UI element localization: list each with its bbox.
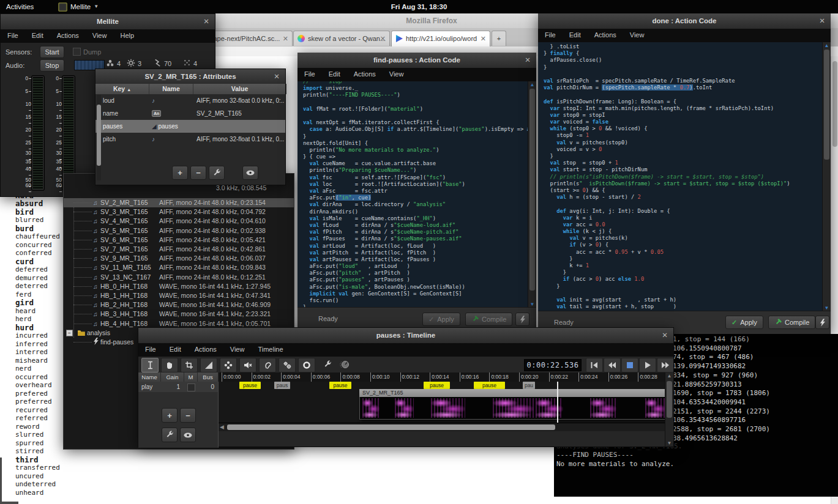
timeline-titlebar[interactable]: pauses : Timeline ✕ — [138, 328, 673, 344]
column-header-bus[interactable]: Bus — [198, 372, 219, 382]
track-columns-header[interactable]: NameGainMBus — [138, 372, 218, 382]
mute-tool[interactable] — [239, 358, 256, 372]
code-scrollbar[interactable]: ▲ ▼ — [528, 81, 536, 308]
loop-ring-tool[interactable] — [298, 358, 315, 372]
attributes-header[interactable]: Key ▲NameValue — [95, 84, 285, 94]
region-tool[interactable] — [181, 358, 198, 372]
menu-actions[interactable]: Actions — [347, 68, 383, 78]
code-editor[interactable]: // stopimport universe._println("----FIN… — [297, 81, 528, 308]
column-header-gain[interactable]: Gain — [161, 372, 184, 382]
scrollbar-thumb[interactable] — [824, 50, 829, 160]
pause-marker[interactable]: pause — [474, 382, 505, 389]
menu-edit[interactable]: Edit — [563, 29, 588, 39]
timeline-track-area[interactable]: pausepauspausepausepausepau SV_2_MR_T165 — [219, 382, 665, 423]
menu-view[interactable]: View — [383, 68, 411, 78]
apply-button[interactable]: ✓Apply — [422, 313, 460, 326]
track-name[interactable]: play — [141, 382, 152, 392]
close-icon[interactable]: ✕ — [662, 328, 668, 343]
close-icon[interactable]: ✕ — [525, 53, 531, 68]
folder-label[interactable]: analysis — [87, 328, 110, 338]
pause-marker[interactable]: pause — [329, 382, 351, 389]
pause-marker[interactable]: pau — [523, 382, 535, 389]
menu-file[interactable]: File — [1, 29, 25, 39]
collapse-icon[interactable]: − — [66, 330, 73, 336]
mute-checkbox[interactable] — [187, 384, 195, 391]
track-bus[interactable]: 0 — [204, 382, 214, 392]
lightning-button[interactable] — [815, 316, 829, 329]
close-icon[interactable]: ✕ — [819, 13, 825, 29]
attributes-scrollbar[interactable] — [97, 95, 101, 180]
scroll-down-icon[interactable]: ▼ — [528, 302, 536, 307]
rewind-button[interactable] — [604, 358, 621, 372]
attribute-row[interactable]: pitch♪AIFF, mono 32-float 0.1 kHz, 0... — [95, 133, 285, 146]
wrench-icon[interactable] — [209, 166, 225, 180]
tab-close-icon[interactable]: ✕ — [283, 31, 288, 46]
control-knob[interactable] — [337, 358, 353, 371]
attribute-row[interactable]: loud♪AIFF, mono 32-float 0.0 kHz, 0:... — [95, 94, 285, 107]
add-track-button[interactable]: + — [162, 408, 178, 423]
audio-file-row[interactable]: ♫SV_6_MR_T165AIFF, mono 24-int 48.0 kHz,… — [64, 235, 294, 245]
scrollbar-thumb[interactable] — [529, 89, 535, 291]
column-header-m[interactable]: M — [184, 372, 198, 382]
menu-view[interactable]: View — [86, 29, 114, 39]
remove-attr-button[interactable]: − — [190, 166, 206, 180]
wrench-icon[interactable] — [162, 428, 178, 442]
skip-start-button[interactable] — [586, 358, 603, 372]
scroll-left-icon[interactable]: ◀ — [220, 424, 224, 430]
audio-file-row[interactable]: ♫SV_3_MR_T165AIFF, mono 24-int 48.0 kHz,… — [64, 207, 294, 217]
clock[interactable]: Fri Aug 31, 18:30 — [0, 0, 838, 13]
menu-file[interactable]: File — [138, 343, 163, 353]
browser-tab[interactable]: skew of a vector - Qwan...✕ — [293, 31, 390, 46]
wrench-tool[interactable] — [320, 358, 335, 371]
horizontal-scrollbar[interactable]: ◀ — [219, 423, 665, 431]
audio-file-row[interactable]: ♫HB_1_HH_T168WAVE, mono 16-int 44.1 kHz,… — [64, 291, 294, 300]
remove-track-button[interactable]: − — [180, 408, 196, 423]
attribute-row[interactable]: pauses◢ pauses — [95, 120, 285, 133]
attributes-titlebar[interactable]: SV_2_MR_T165 : Attributes ✕ — [95, 69, 285, 85]
menu-help[interactable]: Help — [113, 29, 141, 39]
scroll-up-icon[interactable]: ▲ — [665, 373, 673, 379]
done-titlebar[interactable]: done : Action Code ✕ — [538, 13, 831, 29]
patch-tool[interactable] — [220, 358, 237, 372]
app-menu[interactable]: Mellite ▼ — [58, 0, 99, 13]
menu-edit[interactable]: Edit — [25, 29, 50, 39]
code-scrollbar[interactable]: ▲ ▼ — [822, 42, 831, 311]
pause-marker[interactable]: paus — [274, 382, 290, 389]
new-tab-button[interactable]: + — [492, 31, 506, 46]
audio-file-row[interactable]: ♫SV_11_MR_T165AIFF, mono 24-int 48.0 kHz… — [64, 263, 294, 272]
column-header-key[interactable]: Key ▲ — [95, 84, 149, 94]
scrollbar-thumb[interactable] — [97, 105, 101, 166]
stop-button[interactable] — [621, 358, 638, 372]
apply-button[interactable]: ✓Apply — [725, 316, 763, 329]
browser-tab[interactable]: cape-next/PitchAC.sc...✕ — [206, 31, 293, 46]
menu-actions[interactable]: Actions — [588, 29, 623, 39]
audio-file-row[interactable]: ♫SV_7_MR_T165AIFF, mono 24-int 48.0 kHz,… — [64, 245, 294, 254]
track-gain[interactable]: 1 — [170, 382, 180, 392]
menu-view[interactable]: View — [623, 29, 651, 39]
eye-icon[interactable] — [180, 428, 196, 442]
audio-stop-button[interactable]: Stop — [40, 59, 64, 72]
scrollbar-thumb[interactable] — [227, 424, 555, 430]
fade-tool[interactable] — [200, 358, 217, 372]
scroll-up-icon[interactable]: ▲ — [528, 82, 536, 87]
scroll-down-icon[interactable]: ▼ — [665, 440, 673, 446]
scroll-down-icon[interactable]: ▼ — [823, 305, 831, 311]
menu-file[interactable]: File — [538, 29, 563, 39]
menu-timeline[interactable]: Timeline — [251, 343, 290, 353]
close-icon[interactable]: ✕ — [274, 69, 280, 84]
column-header-name[interactable]: Name — [149, 84, 193, 94]
add-attr-button[interactable]: + — [172, 166, 188, 180]
tab-close-icon[interactable]: ✕ — [481, 31, 486, 46]
menu-actions[interactable]: Actions — [50, 29, 86, 39]
group-counter[interactable]: 4 — [106, 59, 121, 69]
code-editor[interactable]: } .toList} finally { afPauses.close()} v… — [538, 42, 823, 311]
playhead[interactable] — [557, 382, 558, 423]
menu-edit[interactable]: Edit — [163, 343, 188, 353]
compile-button[interactable]: Compile — [465, 313, 512, 326]
audition-tool[interactable] — [259, 358, 276, 372]
tab-close-icon[interactable]: ✕ — [380, 31, 386, 46]
browser-tab[interactable]: http://v21.io/oulipo/word✕ — [391, 31, 490, 46]
vertical-scrollbar[interactable]: ▲ ▼ — [665, 372, 673, 447]
eye-icon[interactable] — [242, 166, 258, 180]
gain-tool[interactable] — [279, 358, 296, 372]
